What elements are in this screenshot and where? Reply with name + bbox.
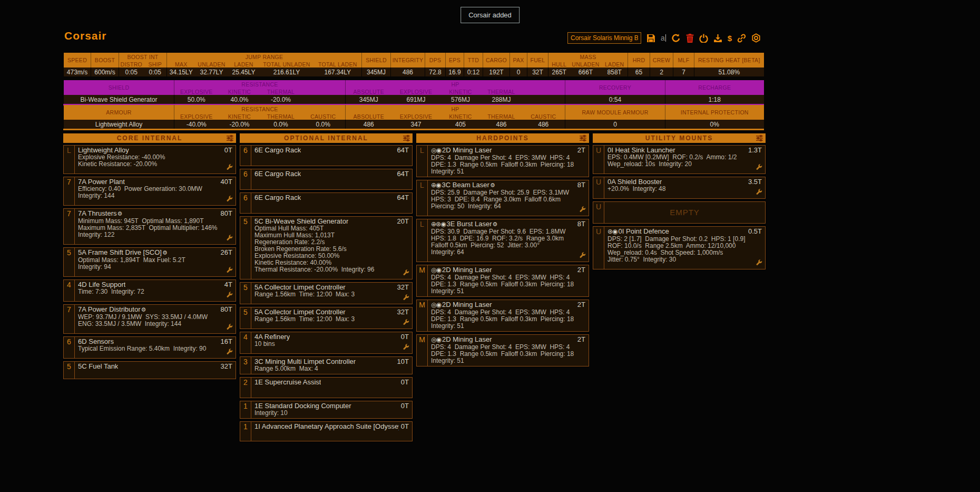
stat-header: THERMAL [261,113,301,120]
link-button[interactable] [737,34,746,43]
wrench-icon[interactable] [227,291,233,300]
stat-value: 345MJ [346,95,392,105]
section-settings-icon[interactable] [403,135,410,143]
module-slot-body: 5A Collector Limpet Controller32TRange 1… [251,307,412,329]
module-slot[interactable]: 44D Life Support4TTime: 7:30 Integrity: … [63,279,236,302]
module-name: 6D Sensors [78,337,114,345]
module-slot[interactable]: U0A Shield Booster3.5T+20.0% Integrity: … [593,177,766,199]
module-slot[interactable]: 55A Collector Limpet Controller32TRange … [240,282,413,304]
module-slot[interactable]: M◎◉2D Mining Laser2TDPS: 4 Damage Per Sh… [416,334,589,366]
slot-size-badge: 4 [240,332,251,353]
wrench-icon[interactable] [227,348,233,357]
wrench-icon[interactable] [756,188,762,197]
wrench-icon[interactable] [227,163,233,172]
wrench-icon[interactable] [756,163,762,172]
module-slot[interactable]: 11E Standard Docking Computer0TIntegrity… [240,401,413,419]
module-slot[interactable]: 66E Cargo Rack64T [240,169,413,190]
section-settings-icon[interactable] [227,135,233,143]
module-slot[interactable]: 55A Collector Limpet Controller32TRange … [240,307,413,329]
module-name: 1E Standard Docking Computer [254,402,351,410]
slot-size-badge: M [417,335,428,366]
rename-button[interactable]: a [661,34,666,42]
wrench-icon[interactable] [403,268,409,278]
slot-size-badge: 4 [64,280,75,301]
wrench-icon[interactable] [403,343,409,352]
wrench-icon[interactable] [227,323,233,332]
module-slot[interactable]: UEMPTY [593,201,766,224]
module-slot-body: EMPTY [604,202,765,223]
module-weight: 40T [221,178,232,186]
slot-size-badge: 5 [64,362,75,379]
module-slot[interactable]: 55A Frame Shift Drive [SCO]⚙26TOptimal M… [63,247,236,277]
section-settings-icon[interactable] [580,135,586,143]
section-title: OPTIONAL INTERNAL [284,134,368,142]
stat-value: 0:05 [119,67,144,76]
wrench-icon[interactable] [580,251,586,261]
build-name-input[interactable] [567,32,641,44]
module-slot[interactable]: 33C Mining Multi Limpet Controller10TRan… [240,356,413,374]
module-slot-body: 1I Advanced Planetary Approach Suite [Od… [251,422,412,441]
power-button[interactable] [699,34,708,43]
slot-size-badge: 1 [240,422,251,441]
slot-size-badge: M [417,300,428,331]
module-detail: Range 5.00km Max: 4 [254,365,409,372]
wrench-icon[interactable] [580,205,586,215]
module-slot[interactable]: 44A Refinery0T10 bins [240,332,413,354]
module-slot-body: ◎◉2D Mining Laser2TDPS: 4 Damage Per Sho… [428,300,589,331]
stat-group-header: CREW [650,53,673,67]
module-slot[interactable]: M◎◉2D Mining Laser2TDPS: 4 Damage Per Sh… [416,300,589,332]
slot-size-badge: 6 [64,337,75,358]
engineering-button[interactable] [751,33,761,43]
module-slot[interactable]: 66E Cargo Rack64T [240,145,413,166]
engineered-icon: ⚙ [117,210,122,217]
module-detail: Integrity: 122 [78,231,232,238]
wrench-icon[interactable] [227,195,233,204]
wrench-icon[interactable] [403,293,409,303]
section-title: UTILITY MOUNTS [645,134,713,142]
module-weight: 20T [397,217,409,225]
module-weight: 8T [577,181,585,189]
slot-size-badge: L [417,146,428,177]
module-slot[interactable]: L⊕◉3C Beam Laser⚙8TDPS: 25.9 Damage Per … [416,180,589,216]
wrench-icon[interactable] [756,258,762,268]
module-name: ⊛◉0I Point Defence [607,227,669,236]
stat-value: 2 [650,67,673,76]
module-slot[interactable]: 11I Advanced Planetary Approach Suite [O… [240,421,413,441]
wrench-icon[interactable] [403,318,409,327]
ship-title: Corsair [64,30,107,42]
stat-group-header: JUMP RANGE [167,53,362,61]
import-export-button[interactable] [713,34,722,43]
module-slot[interactable]: 66D Sensors16TTypical Emission Range: 5.… [63,336,236,359]
section-header: UTILITY MOUNTS [593,133,766,143]
module-slot-body: 3C Mining Multi Limpet Controller10TRang… [251,357,412,374]
module-slot[interactable]: LLightweight Alloy0TExplosive Resistance… [63,145,236,174]
price-button[interactable]: $ [728,34,732,42]
wrench-icon[interactable] [227,234,233,243]
delete-button[interactable] [686,34,694,43]
stat-group-header: SHIELD [362,53,391,67]
module-slot[interactable]: U⊛◉0I Point Defence0.5TDPS: 2 [1.7] Dama… [593,226,766,269]
stat-header: TOTAL LADEN [314,61,362,67]
module-slot[interactable]: U0I Heat Sink Launcher1.3TEPS: 0.4MW [0.… [593,145,766,174]
module-slot[interactable]: L⊕⊛◉3E Burst Laser⚙8TDPS: 30.9 Damage Pe… [416,219,589,262]
wrench-icon[interactable] [227,266,233,275]
section-settings-icon[interactable] [756,135,763,143]
module-slot[interactable]: 55C Fuel Tank32T [63,361,236,379]
trash-icon [686,34,694,43]
module-slot[interactable]: L◎◉2D Mining Laser2TDPS: 4 Damage Per Sh… [416,145,589,177]
reload-button[interactable] [671,33,681,43]
module-slot[interactable]: 55C Bi-Weave Shield Generator20TOptimal … [240,216,413,279]
stat-header: THERMAL [481,113,522,120]
module-slot[interactable]: 77A Power Plant40TEfficiency: 0.40 Power… [63,177,236,206]
module-name: 5A Collector Limpet Controller [254,283,346,291]
save-button[interactable] [646,34,655,43]
module-slot[interactable]: 77A Power Distributor⚙80TWEP: 93.7MJ / 9… [63,304,236,334]
module-slot[interactable]: M◎◉2D Mining Laser2TDPS: 4 Damage Per Sh… [416,265,589,297]
stat-group-header: RESISTANCE [174,105,346,113]
module-name: 6E Cargo Rack [254,194,301,201]
module-slot[interactable]: 21E Supercruise Assist0T [240,377,413,398]
module-slot[interactable]: 77A Thrusters⚙80TMinimum Mass: 945T Opti… [63,208,236,245]
stat-group-header: HRD [628,53,650,67]
module-slot[interactable]: 66E Cargo Rack64T [240,192,413,214]
module-name: 4D Life Support [78,281,125,288]
